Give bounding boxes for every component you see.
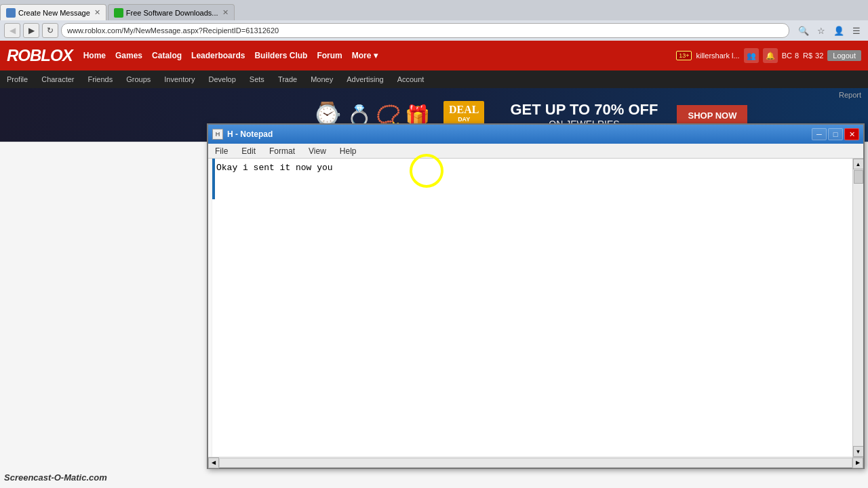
nav-forum[interactable]: Forum [317, 51, 342, 60]
notepad-blue-bar [212, 159, 215, 199]
bc-label: BC [782, 52, 792, 60]
nav-catalog[interactable]: Catalog [152, 51, 182, 60]
screencast-watermark: Screencast-O-Matic.com [4, 472, 107, 483]
roblox-user-area: 13+ killershark l... 👥 🔔 BC 8 R$ 32 Logo… [676, 48, 861, 63]
robux-icon: R$ [803, 52, 812, 60]
forward-button[interactable]: ▶ [23, 23, 39, 38]
tab-icon-create [6, 8, 16, 18]
scroll-track[interactable] [853, 169, 863, 446]
refresh-button[interactable]: ↻ [42, 23, 58, 38]
tab-label-free: Free Software Downloads... [126, 9, 218, 17]
subnav-friends[interactable]: Friends [87, 75, 113, 83]
roblox-header: ROBLOX Home Games Catalog Leaderboards B… [0, 41, 868, 70]
subnav-groups[interactable]: Groups [126, 75, 151, 83]
logout-button[interactable]: Logout [827, 50, 861, 61]
menu-format[interactable]: Format [262, 144, 302, 159]
minimize-button[interactable]: ─ [812, 128, 827, 140]
ad-report-button[interactable]: Report [839, 91, 861, 99]
roblox-nav: Home Games Catalog Leaderboards Builders… [83, 51, 378, 60]
star-icon[interactable]: ☆ [814, 23, 829, 38]
notepad-menu-bar: File Edit Format View Help [208, 144, 863, 159]
scroll-thumb[interactable] [854, 170, 863, 184]
robux-count: 32 [815, 52, 823, 60]
url-bar[interactable]: www.roblox.com/My/NewMessage.aspx?Recipi… [61, 23, 789, 38]
menu-edit[interactable]: Edit [235, 144, 262, 159]
robux-area: BC 8 [782, 52, 799, 60]
tab-bar: Create New Message ✕ Free Software Downl… [0, 0, 868, 20]
search-icon[interactable]: 🔍 [796, 23, 811, 38]
subnav-develop[interactable]: Develop [209, 75, 236, 83]
menu-view[interactable]: View [302, 144, 333, 159]
notepad-content-area: Okay i sent it now you ▲ ▼ [208, 159, 863, 457]
roblox-subnav: Profile Character Friends Groups Invento… [0, 70, 868, 88]
notepad-textarea[interactable]: Okay i sent it now you [212, 159, 852, 457]
user-icon[interactable]: 👤 [831, 23, 846, 38]
tab-create-message[interactable]: Create New Message ✕ [0, 4, 106, 20]
notepad-app-icon: H [212, 129, 223, 140]
notepad-titlebar[interactable]: H H - Notepad ─ □ ✕ [208, 125, 863, 144]
notification-icon[interactable]: 🔔 [763, 48, 778, 63]
tab-close-create[interactable]: ✕ [94, 8, 100, 17]
scroll-up-button[interactable]: ▲ [853, 159, 864, 169]
subnav-inventory[interactable]: Inventory [164, 75, 195, 83]
age-badge: 13+ [676, 51, 692, 60]
nav-more[interactable]: More ▾ [352, 51, 378, 60]
notepad-win-buttons: ─ □ ✕ [812, 128, 859, 140]
bc-count: 8 [795, 52, 799, 60]
back-button[interactable]: ◀ [4, 23, 20, 38]
notepad-horizontal-scrollbar: ◀ ▶ [208, 458, 863, 468]
roblox-logo[interactable]: ROBLOX [7, 46, 73, 65]
subnav-account[interactable]: Account [397, 75, 425, 83]
close-button[interactable]: ✕ [844, 128, 859, 140]
nav-builders-club[interactable]: Builders Club [254, 51, 307, 60]
nav-home[interactable]: Home [83, 51, 106, 60]
username-label: killershark l... [696, 52, 739, 60]
back-icon: ◀ [9, 26, 16, 35]
tab-close-free[interactable]: ✕ [222, 8, 229, 17]
hscroll-track[interactable] [219, 458, 852, 468]
browser-chrome: Create New Message ✕ Free Software Downl… [0, 0, 868, 41]
ad-offer-text: GET UP TO 70% OFF [510, 101, 658, 119]
notepad-window: H H - Notepad ─ □ ✕ File Edit Format Vie… [207, 123, 865, 469]
subnav-character[interactable]: Character [41, 75, 74, 83]
friend-icon[interactable]: 👥 [744, 48, 759, 63]
tab-icon-free [114, 8, 123, 18]
nav-leaderboards[interactable]: Leaderboards [191, 51, 245, 60]
shop-now-button[interactable]: SHOP NOW [677, 105, 747, 126]
notepad-vertical-scrollbar[interactable]: ▲ ▼ [852, 159, 863, 457]
subnav-trade[interactable]: Trade [278, 75, 297, 83]
tab-free-software[interactable]: Free Software Downloads... ✕ [108, 4, 235, 20]
scroll-right-button[interactable]: ▶ [852, 458, 863, 468]
subnav-profile[interactable]: Profile [7, 75, 28, 83]
robux-display: R$ 32 [803, 52, 823, 60]
day-text: DAY [458, 116, 470, 123]
tab-label-create: Create New Message [18, 9, 90, 17]
nav-games[interactable]: Games [115, 51, 142, 60]
notepad-title: H - Notepad [227, 129, 808, 139]
forward-icon: ▶ [28, 26, 35, 35]
refresh-icon: ↻ [47, 26, 54, 35]
scroll-left-button[interactable]: ◀ [208, 458, 219, 468]
maximize-button[interactable]: □ [828, 128, 843, 140]
notepad-bottom-bar: ◀ ▶ [208, 457, 863, 468]
url-text: www.roblox.com/My/NewMessage.aspx?Recipi… [67, 26, 279, 35]
address-bar: ◀ ▶ ↻ www.roblox.com/My/NewMessage.aspx?… [0, 20, 868, 41]
subnav-money[interactable]: Money [311, 75, 333, 83]
subnav-sets[interactable]: Sets [250, 75, 264, 83]
scroll-down-button[interactable]: ▼ [853, 446, 864, 457]
subnav-advertising[interactable]: Advertising [347, 75, 383, 83]
menu-help[interactable]: Help [333, 144, 363, 159]
menu-icon[interactable]: ☰ [849, 23, 864, 38]
menu-file[interactable]: File [208, 144, 235, 159]
